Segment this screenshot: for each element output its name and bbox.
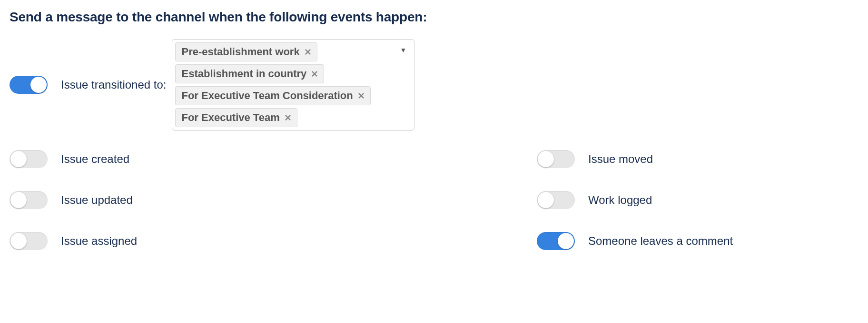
tag-label: For Executive Team (181, 111, 279, 124)
page-title: Send a message to the channel when the f… (10, 10, 858, 25)
option-label: Someone leaves a comment (588, 234, 733, 248)
issue-transitioned-toggle[interactable] (10, 76, 48, 94)
option-toggle[interactable] (537, 191, 575, 209)
remove-tag-icon[interactable] (311, 71, 318, 77)
option-toggle[interactable] (10, 191, 48, 209)
option-row: Someone leaves a comment (537, 229, 733, 253)
chevron-down-icon[interactable]: ▼ (400, 46, 407, 54)
option-toggle[interactable] (537, 150, 575, 168)
toggle-knob (538, 151, 554, 167)
remove-tag-icon[interactable] (285, 114, 291, 121)
tag-label: Pre-establishment work (181, 46, 299, 58)
option-label: Issue updated (61, 193, 133, 207)
option-row: Issue updated (10, 188, 537, 212)
toggle-knob (10, 233, 27, 249)
transition-multiselect[interactable]: Pre-establishment workEstablishment in c… (172, 39, 414, 131)
option-row: Issue moved (537, 147, 733, 172)
option-toggle[interactable] (10, 232, 48, 250)
toggle-knob (558, 233, 574, 249)
toggle-knob (10, 192, 27, 208)
option-toggle[interactable] (537, 232, 575, 250)
multiselect-tag: Pre-establishment work (175, 42, 317, 61)
option-label: Issue assigned (61, 234, 137, 248)
remove-tag-icon[interactable] (358, 92, 365, 99)
toggle-knob (538, 192, 554, 208)
issue-transitioned-label: Issue transitioned to: (61, 78, 166, 91)
toggle-knob (30, 77, 47, 93)
remove-tag-icon[interactable] (305, 49, 311, 55)
options-left-column: Issue createdIssue updatedIssue assigned (10, 147, 537, 253)
multiselect-tag: Establishment in country (175, 64, 324, 83)
options-grid: Issue createdIssue updatedIssue assigned… (10, 147, 858, 253)
option-row: Issue assigned (10, 229, 537, 253)
options-right-column: Issue movedWork loggedSomeone leaves a c… (537, 147, 733, 253)
multiselect-tag: For Executive Team (175, 108, 297, 127)
option-label: Issue moved (588, 152, 653, 166)
tag-label: Establishment in country (181, 68, 306, 80)
option-toggle[interactable] (10, 150, 48, 168)
toggle-knob (10, 151, 27, 167)
option-row: Work logged (537, 188, 733, 212)
option-row: Issue created (10, 147, 537, 172)
tag-label: For Executive Team Consideration (181, 90, 353, 102)
issue-transitioned-row: Issue transitioned to: Pre-establishment… (10, 39, 858, 131)
option-label: Work logged (588, 193, 652, 207)
option-label: Issue created (61, 152, 129, 166)
multiselect-tag: For Executive Team Consideration (175, 86, 370, 105)
